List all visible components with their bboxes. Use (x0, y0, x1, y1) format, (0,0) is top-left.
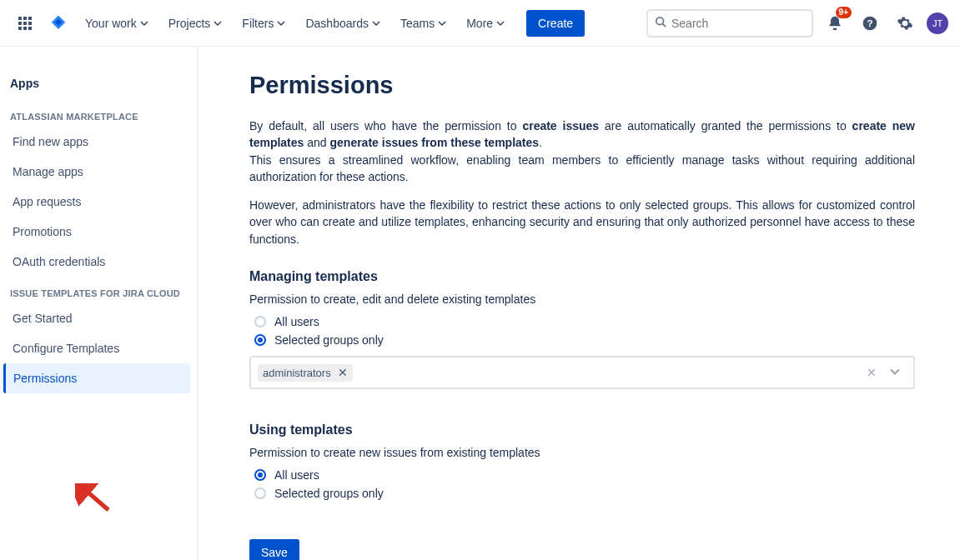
nav-your-work[interactable]: Your work (78, 12, 155, 35)
chevron-down-icon (372, 17, 380, 30)
tag-remove-icon[interactable]: ✕ (338, 367, 348, 378)
sidebar-item-label: App requests (13, 195, 82, 208)
avatar[interactable]: JT (927, 12, 948, 34)
using-radio-selected-groups[interactable]: Selected groups only (249, 484, 915, 502)
sidebar-section-issue-templates: ISSUE TEMPLATES FOR JIRA CLOUD (0, 277, 197, 303)
radio-icon (254, 469, 266, 481)
using-heading: Using templates (249, 422, 915, 438)
sidebar-item-find-new-apps[interactable]: Find new apps (0, 127, 197, 157)
managing-desc: Permission to create, edit and delete ex… (249, 292, 915, 306)
svg-rect-3 (18, 22, 22, 25)
sidebar-item-label: Find new apps (13, 135, 88, 148)
sidebar-item-manage-apps[interactable]: Manage apps (0, 157, 197, 187)
sidebar-section-marketplace: ATLASSIAN MARKETPLACE (0, 100, 197, 127)
sidebar-item-label: Permissions (13, 372, 77, 385)
nav-projects[interactable]: Projects (162, 12, 229, 35)
app-switcher-icon[interactable] (12, 10, 38, 37)
tag-label: administrators (263, 367, 331, 379)
radio-icon (254, 488, 266, 499)
jira-logo-icon[interactable] (45, 10, 72, 37)
top-nav: Your work Projects Filters Dashboards Te… (0, 0, 960, 47)
chevron-down-icon (496, 17, 505, 30)
nav-filters[interactable]: Filters (235, 12, 292, 35)
svg-rect-6 (18, 27, 22, 30)
svg-rect-4 (23, 22, 27, 25)
intro-text: By default, all users who have the permi… (249, 118, 915, 248)
nav-label: Your work (85, 17, 137, 30)
settings-icon[interactable] (892, 10, 918, 37)
search-input-wrapper[interactable] (646, 9, 813, 38)
help-icon[interactable]: ? (857, 10, 883, 37)
svg-rect-2 (28, 17, 32, 20)
create-button[interactable]: Create (526, 10, 585, 37)
sidebar-item-configure-templates[interactable]: Configure Templates (0, 333, 197, 363)
notifications-icon[interactable]: 9+ (822, 10, 848, 37)
sidebar-title: Apps (0, 70, 197, 100)
sidebar-item-label: Configure Templates (13, 342, 119, 355)
sidebar-item-oauth-credentials[interactable]: OAuth credentials (0, 247, 197, 277)
svg-rect-1 (23, 17, 27, 20)
chevron-down-icon[interactable] (883, 366, 907, 379)
radio-icon (254, 316, 266, 328)
chevron-down-icon (438, 17, 446, 30)
radio-label: Selected groups only (274, 333, 384, 347)
using-radio-all-users[interactable]: All users (249, 466, 915, 484)
svg-rect-0 (18, 17, 22, 20)
nav-label: More (466, 17, 493, 30)
radio-label: Selected groups only (274, 487, 384, 500)
svg-text:?: ? (867, 18, 872, 28)
search-icon (655, 16, 666, 30)
nav-more[interactable]: More (460, 12, 511, 35)
groups-multiselect[interactable]: administrators ✕ ✕ (249, 356, 915, 389)
svg-line-10 (663, 24, 666, 28)
sidebar-item-permissions[interactable]: Permissions (3, 363, 190, 393)
nav-label: Dashboards (305, 17, 369, 30)
clear-all-icon[interactable]: ✕ (860, 366, 883, 379)
using-desc: Permission to create new issues from exi… (249, 446, 915, 459)
sidebar-item-label: Get Started (13, 312, 73, 325)
search-input[interactable] (671, 17, 805, 30)
sidebar-item-label: Manage apps (13, 165, 83, 178)
radio-icon (254, 334, 266, 346)
chevron-down-icon (214, 17, 222, 30)
managing-heading: Managing templates (249, 269, 915, 284)
sidebar-item-label: Promotions (13, 225, 72, 238)
managing-radio-all-users[interactable]: All users (249, 312, 915, 331)
selected-tag: administrators ✕ (258, 364, 353, 382)
nav-dashboards[interactable]: Dashboards (299, 12, 387, 35)
nav-label: Filters (242, 17, 274, 30)
main-content: Permissions By default, all users who ha… (198, 47, 940, 560)
sidebar-item-get-started[interactable]: Get Started (0, 303, 197, 333)
sidebar: Apps ATLASSIAN MARKETPLACE Find new apps… (0, 47, 198, 560)
notifications-badge: 9+ (836, 7, 852, 18)
nav-label: Projects (168, 17, 211, 30)
svg-rect-7 (23, 27, 27, 30)
page-title: Permissions (249, 72, 915, 99)
svg-point-9 (656, 18, 664, 25)
sidebar-item-app-requests[interactable]: App requests (0, 187, 197, 217)
sidebar-item-label: OAuth credentials (13, 255, 105, 268)
sidebar-item-promotions[interactable]: Promotions (0, 217, 197, 247)
save-button[interactable]: Save (249, 539, 299, 560)
managing-radio-selected-groups[interactable]: Selected groups only (249, 331, 915, 349)
chevron-down-icon (277, 17, 285, 30)
svg-rect-8 (28, 27, 32, 30)
nav-label: Teams (400, 17, 435, 30)
chevron-down-icon (140, 17, 148, 30)
svg-rect-5 (28, 22, 32, 25)
radio-label: All users (274, 468, 319, 482)
radio-label: All users (274, 315, 319, 328)
nav-teams[interactable]: Teams (394, 12, 453, 35)
